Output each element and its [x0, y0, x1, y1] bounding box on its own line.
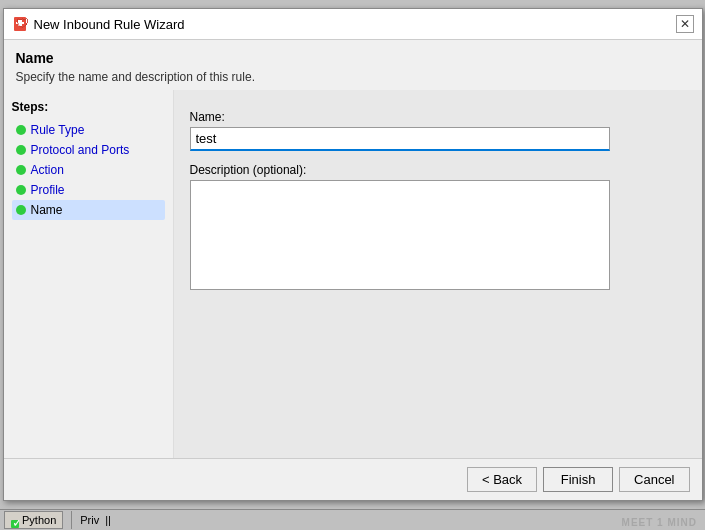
step-dot-action: [16, 165, 26, 175]
step-dot-protocol-ports: [16, 145, 26, 155]
title-bar-left: 🛡 New Inbound Rule Wizard: [12, 16, 185, 32]
step-dot-profile: [16, 185, 26, 195]
sidebar-item-protocol-ports[interactable]: Protocol and Ports: [12, 140, 165, 160]
sidebar-item-action[interactable]: Action: [12, 160, 165, 180]
sidebar: Steps: Rule Type Protocol and Ports Acti…: [4, 90, 174, 458]
cancel-button[interactable]: Cancel: [619, 467, 689, 492]
back-button[interactable]: < Back: [467, 467, 537, 492]
step-label-action: Action: [31, 163, 64, 177]
sidebar-item-name[interactable]: Name: [12, 200, 165, 220]
close-button[interactable]: ✕: [676, 15, 694, 33]
step-label-protocol-ports: Protocol and Ports: [31, 143, 130, 157]
taskbar-separator: ||: [105, 514, 111, 526]
taskbar-priv-label: Priv: [80, 514, 99, 526]
step-label-name: Name: [31, 203, 63, 217]
sidebar-item-profile[interactable]: Profile: [12, 180, 165, 200]
svg-text:✓: ✓: [12, 520, 19, 528]
page-subtitle: Specify the name and description of this…: [16, 70, 690, 84]
steps-label: Steps:: [12, 100, 165, 114]
step-dot-name: [16, 205, 26, 215]
name-group: Name:: [190, 110, 686, 151]
content-area: Steps: Rule Type Protocol and Ports Acti…: [4, 90, 702, 458]
sidebar-item-rule-type[interactable]: Rule Type: [12, 120, 165, 140]
page-heading: Name: [16, 50, 690, 66]
desc-input[interactable]: [190, 180, 610, 290]
window-title: New Inbound Rule Wizard: [34, 17, 185, 32]
taskbar-divider: [71, 511, 72, 529]
name-label: Name:: [190, 110, 686, 124]
taskbar: ✓ Python Priv ||: [0, 509, 705, 530]
step-label-rule-type: Rule Type: [31, 123, 85, 137]
watermark: MEET 1 MIND: [622, 517, 697, 528]
main-panel: Name: Description (optional):: [174, 90, 702, 458]
form-section: Name: Description (optional):: [190, 110, 686, 438]
shield-icon: 🛡: [12, 16, 28, 32]
desc-group: Description (optional):: [190, 163, 686, 293]
step-dot-rule-type: [16, 125, 26, 135]
wizard-window: 🛡 New Inbound Rule Wizard ✕ Name Specify…: [3, 8, 703, 501]
python-icon: ✓: [11, 516, 19, 524]
taskbar-python-item[interactable]: ✓ Python: [4, 511, 63, 529]
svg-text:🛡: 🛡: [16, 16, 28, 31]
desc-label: Description (optional):: [190, 163, 686, 177]
finish-button[interactable]: Finish: [543, 467, 613, 492]
step-label-profile: Profile: [31, 183, 65, 197]
title-bar: 🛡 New Inbound Rule Wizard ✕: [4, 9, 702, 40]
footer: < Back Finish Cancel: [4, 458, 702, 500]
name-input[interactable]: [190, 127, 610, 151]
taskbar-python-label: Python: [22, 514, 56, 526]
page-header: Name Specify the name and description of…: [4, 40, 702, 90]
